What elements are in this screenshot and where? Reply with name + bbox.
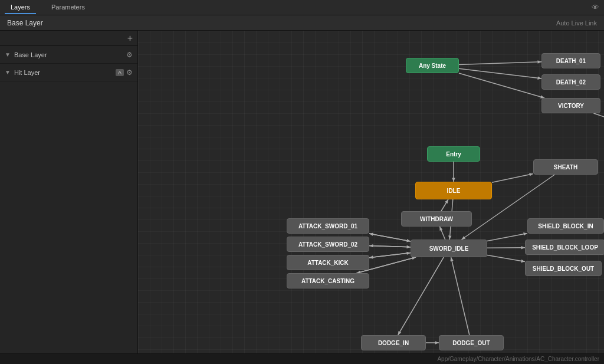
svg-marker-19	[369, 232, 373, 235]
tab-layers[interactable]: Layers	[5, 1, 36, 14]
layer-title: Base Layer	[7, 19, 43, 27]
svg-line-48	[451, 257, 470, 335]
tab-parameters[interactable]: Parameters	[45, 1, 91, 14]
svg-marker-39	[521, 260, 525, 263]
add-layer-button[interactable]: +	[127, 33, 133, 44]
svg-line-20	[369, 234, 411, 241]
svg-line-18	[369, 234, 411, 241]
base-layer-label: Base Layer	[14, 51, 126, 58]
svg-line-2	[459, 68, 541, 78]
collapse-arrow-icon-2: ▼	[5, 69, 11, 76]
svg-marker-17	[445, 199, 448, 204]
svg-line-0	[459, 62, 541, 65]
svg-marker-45	[398, 331, 402, 335]
node-attack_kick[interactable]: ATTACK_KICK	[287, 255, 369, 270]
svg-marker-15	[439, 227, 442, 231]
sidebar-item-base-layer[interactable]: ▼ Base Layer ⚙	[0, 46, 137, 64]
node-sword_idle[interactable]: SWORD_IDLE	[411, 240, 487, 257]
svg-marker-29	[406, 252, 411, 255]
svg-line-22	[369, 245, 411, 247]
node-sheath[interactable]: SHEATH	[533, 159, 598, 175]
connections-svg	[138, 31, 604, 353]
svg-line-4	[459, 73, 544, 98]
gear-icon-base[interactable]: ⚙	[126, 51, 133, 59]
svg-line-36	[487, 248, 525, 248]
gear-icon-hit[interactable]: ⚙	[126, 68, 133, 77]
svg-line-28	[369, 253, 411, 258]
node-shield_block_out[interactable]: SHIELD_BLOCK_OUT	[525, 261, 602, 276]
svg-marker-11	[529, 173, 533, 176]
svg-line-38	[487, 255, 525, 261]
node-attack_casting[interactable]: ATTACK_CASTING	[287, 273, 369, 288]
node-death_02[interactable]: DEATH_02	[541, 74, 600, 90]
svg-line-44	[398, 257, 444, 335]
svg-line-14	[439, 227, 445, 240]
file-path: App/Gameplay/Character/Animations/AC_Cha…	[437, 356, 599, 362]
top-tab-bar: Layers Parameters 👁	[0, 0, 604, 15]
node-withdraw[interactable]: WITHDRAW	[401, 211, 472, 227]
hit-layer-label: Hit Layer	[14, 69, 116, 76]
svg-line-50	[593, 113, 604, 126]
layer-title-bar: Base Layer Auto Live Link	[0, 15, 604, 31]
node-dodge_in[interactable]: DODGE_IN	[361, 335, 426, 350]
eye-icon[interactable]: 👁	[592, 3, 599, 12]
node-idle[interactable]: IDLE	[415, 182, 492, 199]
sidebar-item-hit-layer[interactable]: ▼ Hit Layer A ⚙	[0, 64, 137, 81]
svg-line-26	[369, 253, 411, 258]
sidebar-header: +	[0, 31, 137, 46]
node-victory[interactable]: VICTORY	[541, 98, 600, 113]
auto-live-link-label[interactable]: Auto Live Link	[556, 19, 597, 27]
svg-marker-35	[523, 232, 527, 235]
collapse-arrow-icon: ▼	[5, 51, 11, 58]
node-shield_block_in[interactable]: SHIELD_BLOCK_IN	[527, 218, 604, 234]
svg-marker-49	[450, 257, 453, 261]
sidebar: + ▼ Base Layer ⚙ ▼ Hit Layer A ⚙	[0, 31, 138, 353]
node-attack_sword_02[interactable]: ATTACK_SWORD_02	[287, 237, 369, 252]
svg-line-34	[487, 233, 527, 241]
svg-line-16	[441, 199, 448, 211]
svg-line-24	[369, 245, 411, 247]
node-attack_sword_01[interactable]: ATTACK_SWORD_01	[287, 218, 369, 234]
svg-marker-21	[406, 239, 411, 242]
hit-layer-badge: A	[116, 69, 124, 76]
node-death_01[interactable]: DEATH_01	[541, 53, 600, 68]
canvas-area[interactable]: Any StateDEATH_01DEATH_02VICTORYExitEntr…	[138, 31, 604, 353]
svg-line-10	[492, 174, 533, 183]
svg-marker-3	[537, 77, 541, 80]
status-bar: App/Gameplay/Character/Animations/AC_Cha…	[0, 353, 604, 364]
node-dodge_out[interactable]: DODGE_OUT	[439, 335, 504, 350]
svg-marker-27	[369, 255, 373, 258]
node-shield_block_loop[interactable]: SHIELD_BLOCK_LOOP	[525, 240, 604, 255]
node-entry[interactable]: Entry	[427, 146, 480, 162]
svg-marker-9	[448, 235, 451, 240]
node-any_state[interactable]: Any State	[406, 58, 459, 73]
svg-marker-23	[369, 244, 373, 247]
